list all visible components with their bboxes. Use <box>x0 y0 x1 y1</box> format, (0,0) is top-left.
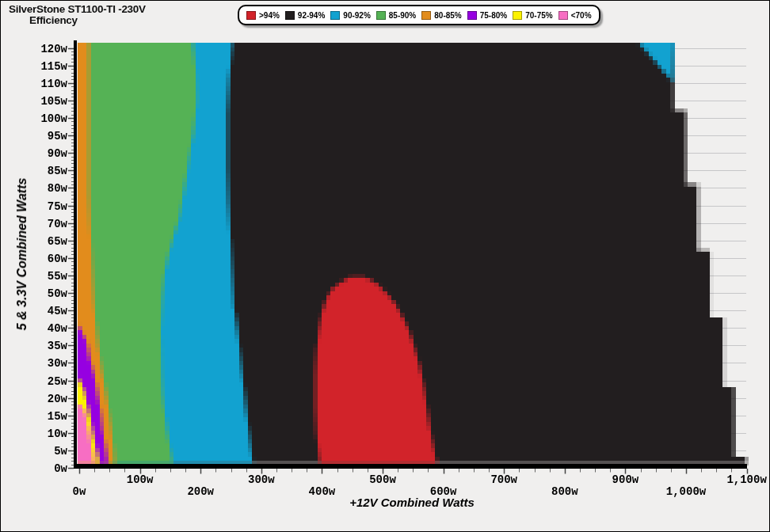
efficiency-legend: >94%92-94%90-92%85-90%80-85%75-80%70-75%… <box>238 5 600 25</box>
legend-swatch-icon <box>330 11 340 20</box>
legend-item-4: 80-85% <box>421 11 461 20</box>
legend-swatch-icon <box>467 11 477 20</box>
legend-swatch-icon <box>376 11 386 20</box>
legend-label: <70% <box>571 11 592 20</box>
legend-swatch-icon <box>558 11 568 20</box>
legend-swatch-icon <box>246 11 256 20</box>
legend-label: 90-92% <box>343 11 370 20</box>
legend-label: >94% <box>259 11 280 20</box>
legend-item-1: 92-94% <box>285 11 325 20</box>
legend-label: 92-94% <box>298 11 325 20</box>
legend-swatch-icon <box>421 11 431 20</box>
legend-label: 75-80% <box>480 11 507 20</box>
chart-window: SilverStone ST1100-TI -230V Efficiency >… <box>0 0 770 532</box>
legend-label: 70-75% <box>525 11 552 20</box>
legend-label: 85-90% <box>389 11 416 20</box>
chart-title-block: SilverStone ST1100-TI -230V Efficiency <box>9 4 146 26</box>
x-axis-title: +12V Combined Watts <box>78 496 746 509</box>
legend-swatch-icon <box>285 11 295 20</box>
legend-item-0: >94% <box>246 11 280 20</box>
legend-swatch-icon <box>513 11 522 20</box>
legend-item-3: 85-90% <box>376 11 416 20</box>
chart-subtitle: Efficiency <box>29 15 146 26</box>
y-axis-title: 5 & 3.3V Combined Watts <box>15 178 29 331</box>
legend-item-7: <70% <box>558 11 592 20</box>
efficiency-contour-plot <box>1 1 770 532</box>
legend-item-2: 90-92% <box>330 11 370 20</box>
legend-label: 80-85% <box>434 11 461 20</box>
legend-item-6: 70-75% <box>513 11 552 20</box>
legend-item-5: 75-80% <box>467 11 507 20</box>
chart-title: SilverStone ST1100-TI -230V <box>9 4 146 15</box>
